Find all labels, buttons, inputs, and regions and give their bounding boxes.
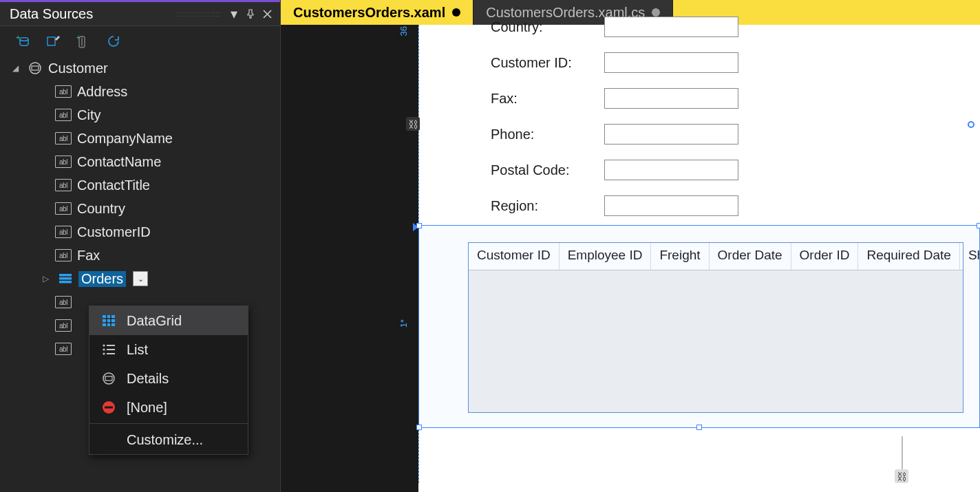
tree-node-field[interactable]: ablFax (12, 244, 273, 267)
dropdown-button[interactable]: ⌄ (133, 271, 148, 286)
datagrid-icon (100, 312, 117, 329)
form-input[interactable] (604, 17, 738, 37)
form-input[interactable] (604, 195, 738, 216)
xaml-designer: 36 1* Country:Customer ID:Fax:Phone:Post… (281, 25, 980, 492)
form-input[interactable] (604, 160, 738, 180)
form-input[interactable] (604, 88, 738, 109)
menu-label: Details (127, 371, 169, 387)
add-datasource-icon[interactable]: + (14, 32, 32, 50)
details-icon (100, 370, 117, 387)
tree-label: Address (77, 84, 127, 100)
menu-label: DataGrid (127, 313, 182, 329)
design-canvas[interactable]: 36 1* Country:Customer ID:Fax:Phone:Post… (396, 25, 980, 483)
menu-label: List (127, 342, 148, 358)
field-icon: abl (55, 109, 72, 121)
blank-icon (100, 431, 117, 448)
none-icon (100, 399, 117, 416)
grid-column-header[interactable]: Required Date (858, 243, 960, 270)
svg-rect-5 (32, 66, 39, 70)
tab-xaml[interactable]: CustomersOrders.xaml (281, 0, 473, 25)
marker-icon[interactable] (413, 223, 418, 231)
grid-column-header[interactable]: Order Date (710, 243, 791, 270)
svg-rect-19 (107, 353, 115, 354)
guide-horizontal (418, 427, 980, 428)
tree-label: ContactTitle (77, 178, 150, 193)
grid-column-header[interactable]: Employee ID (560, 243, 652, 270)
menu-label: Customize... (127, 432, 203, 448)
svg-rect-9 (103, 315, 115, 318)
pin-icon[interactable] (243, 6, 258, 21)
edit-datasource-icon[interactable] (44, 32, 62, 50)
svg-rect-6 (59, 274, 72, 277)
menu-item-none[interactable]: [None] (89, 393, 248, 422)
svg-rect-23 (105, 407, 113, 409)
grid-column-header[interactable]: Order ID (791, 243, 859, 270)
tree-node-customer[interactable]: ◢ Customer (12, 56, 273, 80)
new-item-icon[interactable]: + (74, 32, 92, 50)
grid-column-header[interactable]: Customer ID (469, 243, 560, 270)
field-icon: abl (55, 132, 72, 145)
grid-column-header[interactable]: Ship (960, 243, 980, 270)
anchor-icon[interactable]: ⛓ (895, 469, 908, 483)
svg-point-14 (103, 344, 105, 346)
field-icon: abl (55, 343, 72, 355)
svg-point-1 (20, 38, 28, 41)
menu-item-datagrid[interactable]: DataGrid (89, 306, 248, 335)
control-type-menu: DataGrid List Details [None] Customize..… (89, 306, 248, 455)
guide-horizontal (418, 225, 980, 226)
datagrid-control[interactable]: Customer IDEmployee IDFreightOrder DateO… (468, 242, 963, 413)
field-icon: abl (55, 156, 72, 168)
menu-separator (89, 423, 248, 424)
tree-node-field[interactable]: ablContactTitle (12, 173, 273, 197)
svg-rect-11 (103, 323, 115, 326)
field-icon: abl (55, 85, 72, 98)
form-input[interactable] (604, 52, 738, 73)
menu-item-list[interactable]: List (89, 335, 248, 364)
tree-node-field[interactable]: ablCity (12, 103, 273, 127)
form-row: Postal Code: (491, 160, 738, 180)
svg-point-18 (103, 352, 105, 354)
form-label: Postal Code: (491, 162, 604, 178)
form-label: Customer ID: (491, 55, 604, 71)
tree-node-orders[interactable]: ▷ Orders ⌄ (12, 267, 273, 290)
svg-rect-15 (107, 345, 115, 346)
tree-label: City (77, 107, 100, 123)
tree-node-field[interactable]: ablCompanyName (12, 127, 273, 150)
panel-title: Data Sources (10, 6, 173, 22)
tree-node-field[interactable]: ablAddress (12, 80, 273, 103)
tree-node-field[interactable]: ablCountry (12, 197, 273, 220)
menu-item-customize[interactable]: Customize... (89, 425, 248, 454)
svg-rect-2 (47, 37, 55, 45)
form-input[interactable] (604, 124, 738, 145)
adorner-icon[interactable] (968, 121, 974, 128)
grid-column-header[interactable]: Freight (651, 243, 709, 270)
tree-label: CustomerID (77, 224, 151, 240)
tree-node-field[interactable]: ablContactName (12, 150, 273, 173)
tree-node-field[interactable]: ablCustomerID (12, 220, 273, 244)
expand-icon[interactable]: ◢ (12, 63, 22, 73)
design-surface[interactable]: Country:Customer ID:Fax:Phone:Postal Cod… (418, 25, 980, 492)
field-icon: abl (55, 249, 72, 261)
menu-item-details[interactable]: Details (89, 364, 248, 393)
svg-rect-8 (59, 281, 72, 284)
anchor-icon[interactable]: ⛓ (406, 117, 420, 131)
svg-rect-7 (59, 277, 72, 280)
form-row: Region: (491, 195, 738, 216)
datagrid-header: Customer IDEmployee IDFreightOrder DateO… (469, 243, 963, 270)
field-icon: abl (55, 296, 72, 308)
ruler-value: 1* (398, 319, 409, 328)
field-icon: abl (55, 226, 72, 238)
field-icon: abl (55, 319, 72, 332)
close-icon[interactable] (259, 6, 275, 21)
panel-grip[interactable]: ::::::::::::::::: (177, 10, 221, 18)
guide-vertical (418, 25, 419, 483)
dropdown-icon[interactable]: ▾ (226, 6, 242, 21)
form-row: Phone: (491, 124, 738, 145)
svg-rect-10 (103, 319, 115, 322)
form-row: Country: (491, 17, 738, 37)
unsaved-dot-icon (652, 8, 660, 17)
form-label: Country: (491, 19, 604, 35)
ruler-value: 36 (398, 26, 409, 36)
expand-icon[interactable]: ▷ (43, 274, 52, 284)
refresh-icon[interactable] (105, 32, 122, 50)
